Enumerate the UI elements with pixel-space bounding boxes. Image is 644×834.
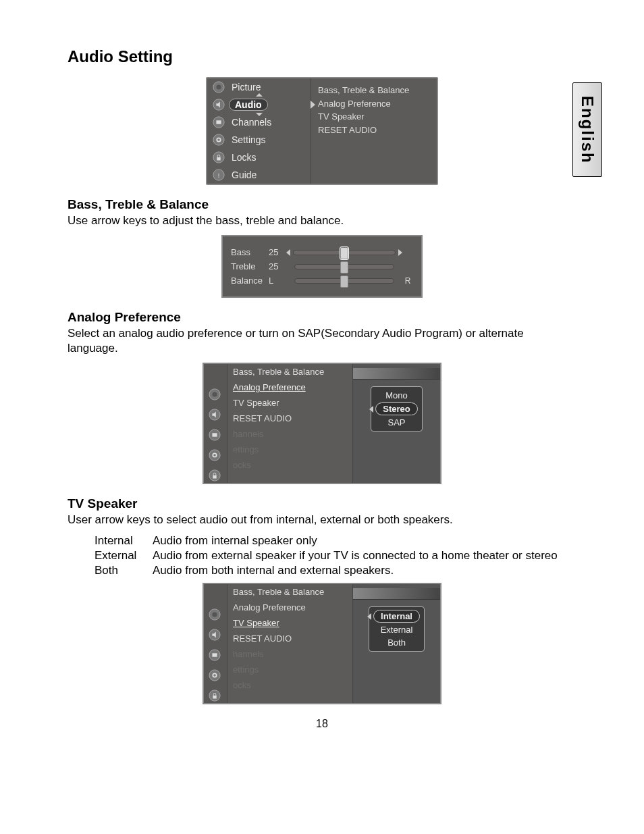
menu-item-label: Locks xyxy=(229,152,259,163)
slider-row-bass[interactable]: Bass25 xyxy=(231,247,413,257)
section-desc-bass: Use arrow keys to adjust the bass, trebl… xyxy=(68,213,576,228)
osd-tvspeaker: Bass, Treble & BalanceAnalog PreferenceT… xyxy=(203,583,441,704)
picture-icon xyxy=(209,388,222,402)
right-arrow-icon xyxy=(311,101,315,109)
audio-icon xyxy=(209,409,222,422)
svg-point-25 xyxy=(209,670,220,681)
section-desc-tvspeaker: User arrow keys to select audio out from… xyxy=(68,513,576,527)
slider-track[interactable] xyxy=(294,278,394,284)
definition-text: Audio from internal speaker only xyxy=(153,534,576,548)
slider-row-treble[interactable]: Treble25 xyxy=(231,261,413,271)
slider-track[interactable] xyxy=(293,250,396,255)
menu-item-label: Picture xyxy=(229,82,264,93)
slider-label: Balance xyxy=(231,276,269,286)
slider-value: 25 xyxy=(269,261,286,271)
slider-value: 25 xyxy=(269,247,286,257)
submenu-item[interactable]: Analog Preference xyxy=(318,97,430,111)
submenu-item: ocks xyxy=(227,677,352,693)
submenu-item: ettings xyxy=(227,662,352,677)
settings-icon xyxy=(209,449,222,463)
picture-icon xyxy=(213,81,225,93)
slider-track[interactable] xyxy=(294,264,394,269)
option-label: External xyxy=(381,625,413,635)
option-item-external[interactable]: External xyxy=(378,624,416,635)
slider-thumb[interactable] xyxy=(340,247,348,259)
slider-row-balance[interactable]: BalanceLR xyxy=(231,276,413,286)
picture-icon xyxy=(209,608,222,622)
option-list-tvspeaker[interactable]: InternalExternalBoth xyxy=(369,606,425,652)
audio-icon xyxy=(213,99,225,111)
submenu-item: ocks xyxy=(227,457,352,473)
definition-row: ExternalAudio from external speaker if y… xyxy=(95,549,576,563)
osd-tvspeaker-options-panel: InternalExternalBoth xyxy=(353,584,440,703)
svg-point-21 xyxy=(212,613,217,617)
submenu-item[interactable]: TV Speaker xyxy=(227,615,352,631)
definition-row: BothAudio from both internal and externa… xyxy=(95,564,576,577)
slider-thumb[interactable] xyxy=(340,276,348,288)
menu-item-label: Guide xyxy=(229,170,259,180)
slider-value: L xyxy=(269,276,286,286)
locks-icon xyxy=(209,689,222,703)
section-heading-tvspeaker: TV Speaker xyxy=(68,496,576,511)
submenu-item[interactable]: Bass, Treble & Balance xyxy=(227,584,352,600)
up-arrow-icon xyxy=(256,93,263,97)
option-item-stereo[interactable]: Stereo xyxy=(375,402,417,415)
svg-rect-19 xyxy=(213,475,216,479)
option-item-internal[interactable]: Internal xyxy=(373,610,420,623)
definition-term: External xyxy=(95,549,153,563)
submenu-item[interactable]: Bass, Treble & Balance xyxy=(318,84,430,97)
definition-text: Audio from both internal and external sp… xyxy=(153,564,576,577)
menu-item-guide[interactable]: !Guide xyxy=(207,166,311,184)
guide-icon: ! xyxy=(213,169,225,181)
osd-icon-column xyxy=(204,584,227,703)
channels-icon xyxy=(213,116,225,128)
audio-icon xyxy=(209,629,222,642)
menu-item-locks[interactable]: Locks xyxy=(207,149,311,166)
option-label: Stereo xyxy=(383,404,410,414)
submenu-item[interactable]: TV Speaker xyxy=(318,110,430,124)
submenu-item[interactable]: RESET AUDIO xyxy=(227,631,352,646)
menu-item-settings[interactable]: Settings xyxy=(207,131,311,149)
preview-strip xyxy=(353,368,440,380)
option-item-both[interactable]: Both xyxy=(385,637,408,648)
definition-list: InternalAudio from internal speaker only… xyxy=(95,534,576,577)
option-item-mono[interactable]: Mono xyxy=(383,390,410,401)
left-arrow-icon xyxy=(369,406,373,413)
svg-point-12 xyxy=(212,392,217,397)
slider-label: Treble xyxy=(231,261,269,271)
submenu-item[interactable]: TV Speaker xyxy=(227,395,352,411)
preview-strip xyxy=(353,588,440,600)
submenu-item[interactable]: Bass, Treble & Balance xyxy=(227,364,352,380)
osd-main-menu: PictureAudioChannelsSettingsLocks!Guide … xyxy=(206,77,438,185)
osd-analog-options-panel: MonoStereoSAP xyxy=(353,364,440,483)
section-heading-analog: Analog Preference xyxy=(68,310,576,325)
page-number: 18 xyxy=(68,718,576,730)
submenu-item: hannels xyxy=(227,646,352,662)
menu-item-audio[interactable]: Audio xyxy=(207,96,311,113)
slider-thumb[interactable] xyxy=(340,261,348,273)
language-tab: English xyxy=(572,82,602,177)
submenu-item[interactable]: Analog Preference xyxy=(227,600,352,615)
definition-term: Internal xyxy=(95,534,153,548)
slider-label: Bass xyxy=(231,247,269,257)
svg-point-16 xyxy=(209,450,220,461)
option-label: Both xyxy=(387,637,406,648)
definition-text: Audio from external speaker if your TV i… xyxy=(153,549,576,563)
option-label: Internal xyxy=(381,611,412,621)
submenu-item[interactable]: RESET AUDIO xyxy=(318,124,430,137)
section-heading-bass: Bass, Treble & Balance xyxy=(68,197,576,212)
svg-point-1 xyxy=(216,84,221,89)
osd-right-submenu: Bass, Treble & BalanceAnalog PreferenceT… xyxy=(311,78,437,184)
option-list-analog[interactable]: MonoStereoSAP xyxy=(371,386,422,432)
submenu-item[interactable]: RESET AUDIO xyxy=(227,411,352,426)
submenu-item[interactable]: Analog Preference xyxy=(227,380,352,395)
svg-rect-15 xyxy=(212,434,217,437)
osd-analog-menu: Bass, Treble & BalanceAnalog PreferenceT… xyxy=(227,364,353,483)
svg-rect-4 xyxy=(216,120,221,124)
svg-text:!: ! xyxy=(218,172,220,179)
menu-item-channels[interactable]: Channels xyxy=(207,113,311,131)
svg-rect-24 xyxy=(212,654,217,657)
svg-point-5 xyxy=(213,134,224,145)
option-item-sap[interactable]: SAP xyxy=(385,417,408,428)
right-arrow-icon xyxy=(398,249,402,256)
